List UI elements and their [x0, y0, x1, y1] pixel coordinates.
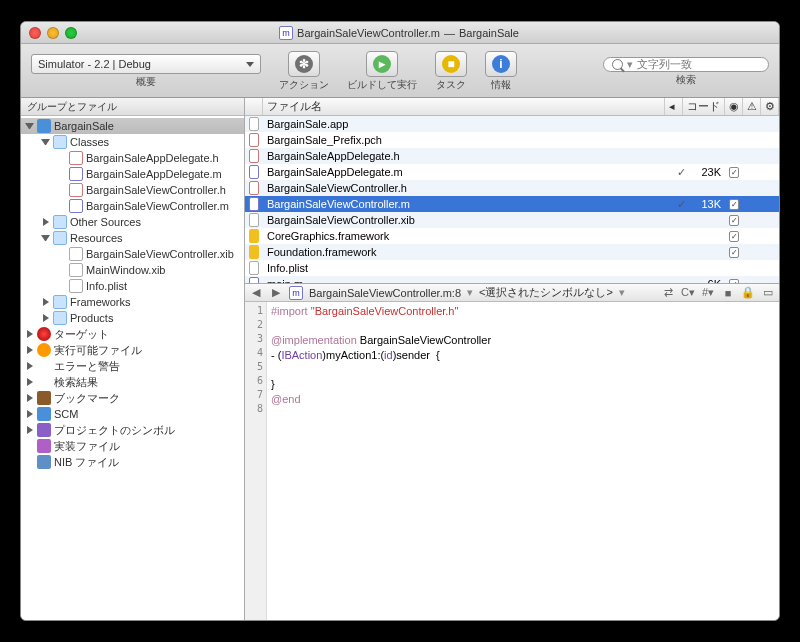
table-row[interactable]: BargainSale.app	[245, 116, 779, 132]
tree-item[interactable]: BargainSale	[21, 118, 244, 134]
minimize-button[interactable]	[47, 27, 59, 39]
col-warn-icon[interactable]: ⚠	[743, 98, 761, 115]
tree-item[interactable]: Resources	[21, 230, 244, 246]
info-group: i 情報	[485, 51, 517, 92]
tree-item[interactable]: プロジェクトのシンボル	[21, 422, 244, 438]
build-cell[interactable]	[725, 215, 743, 226]
action-button[interactable]: ✻	[288, 51, 320, 77]
tree-item[interactable]: 検索結果	[21, 374, 244, 390]
table-row[interactable]: CoreGraphics.framework	[245, 228, 779, 244]
table-row[interactable]: BargainSaleAppDelegate.m✓23K	[245, 164, 779, 180]
tree-item[interactable]: BargainSaleAppDelegate.m	[21, 166, 244, 182]
tree-item[interactable]: エラーと警告	[21, 358, 244, 374]
table-row[interactable]: BargainSale_Prefix.pch	[245, 132, 779, 148]
file-name-cell: Info.plist	[263, 262, 673, 274]
disclosure-icon[interactable]	[25, 394, 34, 403]
disclosure-icon[interactable]	[41, 138, 50, 147]
disclosure-icon[interactable]	[57, 282, 66, 291]
file-table-body[interactable]: BargainSale.appBargainSale_Prefix.pchBar…	[245, 116, 779, 283]
active-config-combo[interactable]: Simulator - 2.2 | Debug	[31, 54, 261, 74]
disclosure-icon[interactable]	[57, 202, 66, 211]
tree-item[interactable]: BargainSaleViewController.xib	[21, 246, 244, 262]
tree-item[interactable]: 実行可能ファイル	[21, 342, 244, 358]
col-check-icon[interactable]: ◂	[665, 98, 683, 115]
table-row[interactable]: BargainSaleAppDelegate.h	[245, 148, 779, 164]
lock-icon[interactable]: 🔒	[741, 286, 755, 300]
disclosure-icon[interactable]	[41, 218, 50, 227]
table-row[interactable]: main.m6K	[245, 276, 779, 283]
disclosure-icon[interactable]	[57, 154, 66, 163]
tree-item[interactable]: Info.plist	[21, 278, 244, 294]
item-icon	[69, 279, 83, 293]
close-button[interactable]	[29, 27, 41, 39]
nav-fwd-icon[interactable]: ▶	[269, 286, 283, 300]
disclosure-icon[interactable]	[25, 442, 34, 451]
tree-item-label: 実装ファイル	[54, 439, 120, 454]
info-button[interactable]: i	[485, 51, 517, 77]
code-area[interactable]: #import "BargainSaleViewController.h" @i…	[267, 302, 779, 620]
disclosure-icon[interactable]	[57, 186, 66, 195]
tree-item[interactable]: BargainSaleViewController.h	[21, 182, 244, 198]
search-icon	[612, 59, 623, 70]
col-settings-icon[interactable]: ⚙	[761, 98, 779, 115]
breakpoint-icon[interactable]: ■	[721, 286, 735, 300]
tree-item[interactable]: ブックマーク	[21, 390, 244, 406]
table-row[interactable]: BargainSaleViewController.h	[245, 180, 779, 196]
tree-item-label: Classes	[70, 136, 109, 148]
tree-item[interactable]: Products	[21, 310, 244, 326]
zoom-button[interactable]	[65, 27, 77, 39]
disclosure-icon[interactable]	[25, 346, 34, 355]
tree-item[interactable]: Other Sources	[21, 214, 244, 230]
disclosure-icon[interactable]	[41, 314, 50, 323]
class-icon[interactable]: C▾	[681, 286, 695, 300]
disclosure-icon[interactable]	[57, 170, 66, 179]
disclosure-icon[interactable]	[25, 330, 34, 339]
build-run-button[interactable]: ▸	[366, 51, 398, 77]
build-cell[interactable]	[725, 247, 743, 258]
tree-item[interactable]: BargainSaleViewController.m	[21, 198, 244, 214]
disclosure-icon[interactable]	[25, 458, 34, 467]
table-row[interactable]: BargainSaleViewController.xib	[245, 212, 779, 228]
build-cell[interactable]	[725, 231, 743, 242]
table-row[interactable]: Foundation.framework	[245, 244, 779, 260]
tree-item[interactable]: BargainSaleAppDelegate.h	[21, 150, 244, 166]
search-field[interactable]: ▾	[603, 57, 769, 72]
tree-item[interactable]: Frameworks	[21, 294, 244, 310]
titlebar[interactable]: m BargainSaleViewController.m — BargainS…	[21, 22, 779, 44]
col-filename[interactable]: ファイル名	[263, 98, 665, 115]
tree-item[interactable]: 実装ファイル	[21, 438, 244, 454]
split-icon[interactable]: ▭	[761, 286, 775, 300]
tasks-button[interactable]: ■	[435, 51, 467, 77]
tree-item[interactable]: Classes	[21, 134, 244, 150]
build-cell[interactable]	[725, 199, 743, 210]
col-code[interactable]: コード	[683, 98, 725, 115]
bookmark-icon[interactable]: #▾	[701, 286, 715, 300]
tree-item[interactable]: MainWindow.xib	[21, 262, 244, 278]
disclosure-icon[interactable]	[41, 234, 50, 243]
tree-item[interactable]: SCM	[21, 406, 244, 422]
disclosure-icon[interactable]	[25, 410, 34, 419]
counterpart-icon[interactable]: ⇄	[661, 286, 675, 300]
disclosure-icon[interactable]	[25, 122, 34, 131]
disclosure-icon[interactable]	[25, 362, 34, 371]
disclosure-icon[interactable]	[25, 426, 34, 435]
project-tree[interactable]: BargainSaleClassesBargainSaleAppDelegate…	[21, 116, 244, 620]
editor-body[interactable]: 12345678 #import "BargainSaleViewControl…	[245, 302, 779, 620]
tree-item[interactable]: NIB ファイル	[21, 454, 244, 470]
tree-item[interactable]: ターゲット	[21, 326, 244, 342]
build-cell[interactable]	[725, 167, 743, 178]
nav-back-icon[interactable]: ◀	[249, 286, 263, 300]
disclosure-icon[interactable]	[57, 266, 66, 275]
table-row[interactable]: BargainSaleViewController.m✓13K	[245, 196, 779, 212]
disclosure-icon[interactable]	[41, 298, 50, 307]
disclosure-icon[interactable]	[25, 378, 34, 387]
symbol-popup[interactable]: <選択されたシンボルなし>	[479, 285, 613, 300]
build-cell[interactable]	[725, 279, 743, 284]
tree-item-label: BargainSaleViewController.xib	[86, 248, 234, 260]
col-build-icon[interactable]: ◉	[725, 98, 743, 115]
breadcrumb[interactable]: BargainSaleViewController.m:8	[309, 287, 461, 299]
disclosure-icon[interactable]	[57, 250, 66, 259]
file-table-header[interactable]: ファイル名 ◂ コード ◉ ⚠ ⚙	[245, 98, 779, 116]
search-input[interactable]	[637, 58, 760, 70]
table-row[interactable]: Info.plist	[245, 260, 779, 276]
